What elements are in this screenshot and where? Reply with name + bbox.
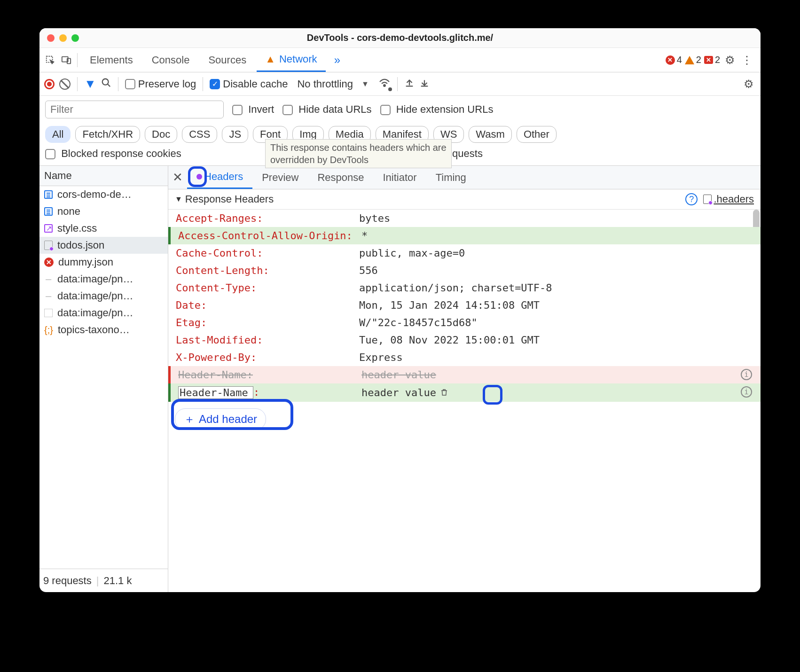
header-name-input[interactable] bbox=[178, 386, 253, 399]
response-headers-section[interactable]: ▼ Response Headers ? .headers bbox=[168, 189, 761, 210]
override-tooltip: This response contains headers which are… bbox=[265, 139, 452, 168]
chip-css[interactable]: CSS bbox=[182, 126, 217, 143]
filter-input[interactable] bbox=[45, 101, 224, 118]
close-detail-icon[interactable]: ✕ bbox=[168, 170, 187, 185]
svg-point-3 bbox=[102, 78, 108, 85]
tab-preview[interactable]: Preview bbox=[252, 166, 308, 189]
throttling-select[interactable]: No throttling ▼ bbox=[297, 78, 369, 90]
chip-other[interactable]: Other bbox=[517, 126, 557, 143]
disable-cache-option[interactable]: ✓ Disable cache bbox=[210, 78, 288, 90]
file-icon bbox=[44, 309, 53, 317]
svg-point-5 bbox=[384, 85, 385, 86]
settings-icon[interactable]: ⚙ bbox=[723, 53, 737, 67]
json-icon: {;} bbox=[44, 325, 53, 336]
chip-wasm[interactable]: Wasm bbox=[469, 126, 512, 143]
request-row[interactable]: ✕ dummy.json bbox=[39, 254, 168, 271]
hide-extension-urls-option[interactable]: Hide extension URLs bbox=[380, 103, 494, 116]
plus-icon: ＋ bbox=[184, 412, 195, 427]
chip-fetch[interactable]: Fetch/XHR bbox=[75, 126, 140, 143]
document-icon bbox=[44, 207, 53, 216]
more-tabs-icon[interactable]: » bbox=[328, 54, 347, 67]
header-row: Accept-Ranges: bytes bbox=[168, 210, 761, 227]
header-row-editing[interactable]: : header value i bbox=[168, 383, 761, 402]
request-row[interactable]: – data:image/pn… bbox=[39, 271, 168, 288]
search-icon[interactable] bbox=[101, 78, 111, 91]
document-icon bbox=[44, 190, 53, 199]
header-row: Last-Modified: Tue, 08 Nov 2022 15:00:01… bbox=[168, 331, 761, 349]
hide-data-urls-option[interactable]: Hide data URLs bbox=[282, 103, 371, 116]
invert-option[interactable]: Invert bbox=[232, 103, 274, 116]
issues-count[interactable]: ✕ 2 bbox=[704, 55, 720, 65]
error-count[interactable]: ✕ 4 bbox=[666, 55, 682, 65]
export-har-icon[interactable] bbox=[404, 78, 415, 91]
tab-console[interactable]: Console bbox=[143, 48, 198, 72]
header-row-removed[interactable]: Header-Name: header value i bbox=[168, 366, 761, 383]
clear-button[interactable] bbox=[59, 78, 71, 90]
toolbar-right: ✕ 4 2 ✕ 2 ⚙ ⋮ bbox=[666, 53, 757, 67]
headers-file-link[interactable]: .headers bbox=[703, 193, 754, 205]
request-row[interactable]: style.css bbox=[39, 220, 168, 237]
tab-initiator[interactable]: Initiator bbox=[373, 166, 426, 189]
chip-js[interactable]: JS bbox=[222, 126, 248, 143]
divider bbox=[77, 53, 78, 67]
detail-tabs: ✕ Headers Preview Response Initiator Tim… bbox=[168, 166, 761, 189]
main-tabstrip: Elements Console Sources ▲ Network » ✕ 4… bbox=[39, 48, 761, 72]
header-row: Content-Type: application/json; charset=… bbox=[168, 279, 761, 297]
header-row: Date: Mon, 15 Jan 2024 14:51:08 GMT bbox=[168, 297, 761, 314]
network-conditions-icon[interactable] bbox=[378, 78, 391, 90]
warning-count[interactable]: 2 bbox=[685, 55, 701, 65]
filter-icon[interactable]: ▼ bbox=[84, 77, 96, 91]
request-row[interactable]: none bbox=[39, 203, 168, 220]
chip-doc[interactable]: Doc bbox=[145, 126, 177, 143]
close-window[interactable] bbox=[47, 34, 55, 42]
headers-list: Accept-Ranges: bytes Access-Control-Allo… bbox=[168, 210, 761, 592]
add-header-row: ＋ Add header bbox=[168, 402, 761, 437]
more-menu-icon[interactable]: ⋮ bbox=[740, 53, 754, 67]
header-row-overridden[interactable]: Access-Control-Allow-Origin: * bbox=[168, 227, 761, 244]
header-row: Etag: W/"22c-18457c15d68" bbox=[168, 314, 761, 331]
svg-line-4 bbox=[107, 84, 110, 86]
delete-header-icon[interactable] bbox=[438, 386, 450, 399]
tab-elements[interactable]: Elements bbox=[81, 48, 141, 72]
issues-icon: ✕ bbox=[704, 56, 713, 64]
request-row[interactable]: cors-demo-de… bbox=[39, 186, 168, 203]
tab-sources[interactable]: Sources bbox=[200, 48, 255, 72]
name-column-header[interactable]: Name bbox=[39, 166, 168, 186]
tab-timing[interactable]: Timing bbox=[426, 166, 476, 189]
request-row[interactable]: {;} topics-taxono… bbox=[39, 321, 168, 338]
checkbox-icon bbox=[125, 79, 135, 89]
extra-filters-row: Blocked response cookies This response c… bbox=[39, 148, 761, 166]
devtools-window: DevTools - cors-demo-devtools.glitch.me/… bbox=[39, 28, 761, 592]
chip-all[interactable]: All bbox=[45, 126, 71, 143]
inspect-icon[interactable] bbox=[43, 53, 57, 67]
info-icon[interactable]: i bbox=[741, 386, 752, 398]
file-overridden-icon bbox=[44, 241, 53, 250]
blocked-cookies-option[interactable]: Blocked response cookies bbox=[45, 148, 181, 160]
request-list: Name cors-demo-de… none style.css todos.… bbox=[39, 166, 168, 592]
checkbox-checked-icon: ✓ bbox=[210, 79, 220, 89]
record-button[interactable] bbox=[44, 79, 55, 89]
caret-down-icon: ▼ bbox=[361, 80, 369, 88]
help-icon[interactable]: ? bbox=[685, 193, 698, 205]
minimize-window[interactable] bbox=[59, 34, 67, 42]
warning-triangle-icon: ▲ bbox=[265, 53, 275, 65]
file-icon bbox=[703, 195, 712, 204]
traffic-lights bbox=[47, 34, 79, 42]
error-icon: ✕ bbox=[44, 258, 54, 267]
tab-response[interactable]: Response bbox=[308, 166, 373, 189]
request-row-selected[interactable]: todos.json bbox=[39, 237, 168, 254]
tab-network[interactable]: ▲ Network bbox=[257, 48, 325, 72]
device-toolbar-icon[interactable] bbox=[59, 53, 73, 67]
transfer-size: 21.1 k bbox=[103, 575, 132, 587]
error-icon: ✕ bbox=[666, 55, 675, 65]
preserve-log-option[interactable]: Preserve log bbox=[125, 78, 196, 90]
zoom-window[interactable] bbox=[71, 34, 79, 42]
import-har-icon[interactable] bbox=[419, 78, 430, 91]
request-row[interactable]: – data:image/pn… bbox=[39, 288, 168, 305]
detail-pane: ✕ Headers Preview Response Initiator Tim… bbox=[168, 166, 761, 592]
request-row[interactable]: data:image/pn… bbox=[39, 305, 168, 321]
network-settings-icon[interactable]: ⚙ bbox=[742, 77, 756, 91]
add-header-button[interactable]: ＋ Add header bbox=[175, 408, 266, 430]
info-icon[interactable]: i bbox=[741, 369, 752, 380]
tab-headers[interactable]: Headers bbox=[187, 166, 252, 189]
